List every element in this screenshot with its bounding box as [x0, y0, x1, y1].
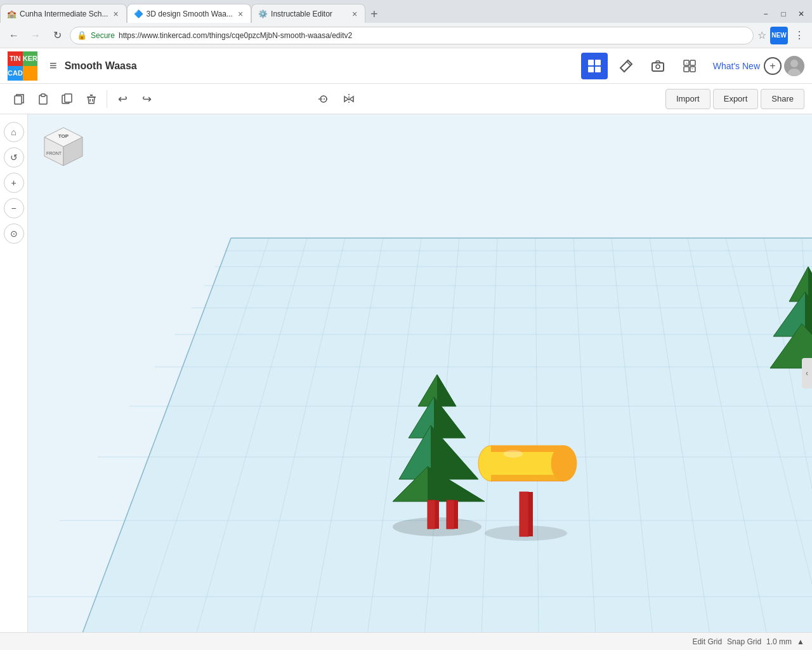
svg-marker-19	[344, 96, 348, 102]
lock-icon: 🔒	[77, 30, 87, 40]
hamburger-menu-button[interactable]: ≡	[47, 56, 60, 76]
svg-line-42	[535, 238, 539, 632]
back-button[interactable]: ←	[5, 27, 23, 44]
tab-2-title: 3D design Smooth Waa...	[147, 10, 233, 18]
rotate-view-button[interactable]: ↺	[4, 147, 24, 168]
zoom-in-button[interactable]: +	[4, 173, 24, 193]
duplicate-button[interactable]	[56, 88, 79, 110]
shapes-icon	[683, 59, 697, 73]
toolbar-separator-1	[107, 90, 107, 108]
edit-tools-left: ↩ ↪	[8, 88, 158, 110]
paste-button[interactable]	[32, 88, 55, 110]
refresh-button[interactable]: ↻	[48, 27, 66, 44]
snap-grid-arrow: ▲	[797, 637, 804, 646]
redo-icon: ↪	[142, 92, 152, 106]
logo-tin: TIN	[8, 51, 23, 66]
forward-button[interactable]: →	[27, 27, 44, 44]
snap-grid-value: 1.0 mm	[766, 637, 792, 646]
logo-ker: KER	[23, 51, 37, 66]
close-window-button[interactable]: ✕	[793, 8, 809, 20]
bookmark-button[interactable]: ☆	[757, 29, 766, 41]
svg-marker-56	[409, 397, 466, 438]
address-url: https://www.tinkercad.com/things/cqe0pzc…	[119, 31, 352, 40]
build-tools-button[interactable]	[613, 53, 639, 79]
svg-marker-20	[350, 96, 353, 102]
tab-2-close[interactable]: ×	[237, 8, 244, 20]
build-tools-icon	[619, 59, 633, 73]
tab-2-favicon: 🔷	[134, 10, 143, 18]
share-button[interactable]: Share	[761, 89, 804, 109]
maximize-button[interactable]: □	[775, 8, 792, 20]
tab-1-favicon: 🏫	[7, 10, 16, 18]
viewport[interactable]: TOP FRONT ‹	[28, 114, 812, 632]
mirror-icon	[343, 93, 355, 105]
edit-toolbar: ↩ ↪ Imp	[0, 84, 812, 114]
svg-rect-65	[454, 500, 458, 529]
user-avatar[interactable]	[784, 56, 804, 76]
camera-icon	[651, 59, 665, 73]
undo-icon: ↩	[118, 92, 128, 106]
copy-clipboard-button[interactable]	[8, 88, 30, 110]
title-bar: 🏫 Cunha Intermediate Sch... × 🔷 3D desig…	[0, 0, 812, 23]
logo-bottom-right	[23, 66, 37, 81]
svg-rect-4	[652, 63, 664, 71]
panel-collapse-handle[interactable]: ‹	[802, 358, 812, 388]
tab-3[interactable]: ⚙️ Instructable Editor ×	[251, 4, 365, 23]
tab-1-close[interactable]: ×	[112, 8, 119, 20]
user-controls: +	[770, 56, 804, 76]
export-button[interactable]: Export	[713, 89, 759, 109]
extension-button[interactable]: NEW	[770, 27, 788, 44]
align-button[interactable]	[312, 88, 335, 110]
svg-marker-79	[773, 292, 812, 336]
svg-line-38	[310, 238, 383, 632]
svg-rect-13	[15, 96, 22, 104]
svg-line-37	[253, 238, 345, 632]
svg-text:TOP: TOP	[58, 133, 69, 139]
svg-text:FRONT: FRONT	[46, 151, 62, 156]
svg-rect-0	[588, 60, 594, 65]
view-cube[interactable]: TOP FRONT	[38, 124, 89, 175]
zoom-out-button[interactable]: −	[4, 198, 24, 218]
new-tab-button[interactable]: +	[365, 7, 383, 22]
home-view-button[interactable]: ⌂	[4, 122, 24, 142]
delete-icon	[85, 93, 98, 105]
svg-marker-55	[437, 375, 456, 406]
logo-cad: CAD	[8, 66, 23, 81]
undo-button[interactable]: ↩	[111, 88, 134, 110]
svg-rect-71	[491, 446, 564, 452]
view-all-button[interactable]: ⊙	[4, 223, 24, 244]
svg-line-46	[688, 238, 767, 632]
svg-rect-67	[520, 492, 528, 536]
mirror-button[interactable]	[337, 88, 360, 110]
delete-button[interactable]	[80, 88, 103, 110]
minimize-button[interactable]: −	[757, 8, 774, 20]
perspective-grid	[28, 114, 812, 632]
window-controls: − □ ✕	[757, 8, 812, 23]
add-user-button[interactable]: +	[764, 57, 782, 75]
grid-view-button[interactable]	[581, 53, 608, 79]
action-buttons: Import Export Share	[665, 89, 804, 109]
svg-line-51	[82, 238, 231, 632]
redo-button[interactable]: ↪	[135, 88, 158, 110]
left-panel: ⌂ ↺ + − ⊙	[0, 114, 28, 632]
main-content: ⌂ ↺ + − ⊙	[0, 114, 812, 632]
address-input-container[interactable]: 🔒 Secure https://www.tinkercad.com/thing…	[70, 27, 754, 44]
tab-2[interactable]: 🔷 3D design Smooth Waa... ×	[127, 4, 251, 23]
whats-new-button[interactable]: What's New	[708, 58, 765, 74]
browser-menu-button[interactable]: ⋮	[792, 27, 807, 44]
svg-line-40	[424, 238, 459, 632]
svg-rect-15	[41, 94, 45, 96]
avatar-image	[784, 56, 804, 76]
shapes-panel-button[interactable]	[676, 53, 703, 79]
svg-marker-61	[428, 467, 485, 501]
svg-rect-63	[435, 500, 439, 529]
import-button[interactable]: Import	[665, 89, 710, 109]
tinkercad-logo[interactable]: TIN KER CAD	[8, 51, 37, 81]
tab-3-close[interactable]: ×	[351, 8, 358, 20]
svg-line-35	[139, 238, 269, 632]
tinkercad-toolbar: TIN KER CAD ≡ Smooth Waasa	[0, 48, 812, 84]
camera-button[interactable]	[645, 53, 671, 79]
tab-1[interactable]: 🏫 Cunha Intermediate Sch... ×	[0, 4, 127, 23]
svg-point-73	[551, 446, 577, 481]
svg-marker-78	[808, 267, 812, 302]
